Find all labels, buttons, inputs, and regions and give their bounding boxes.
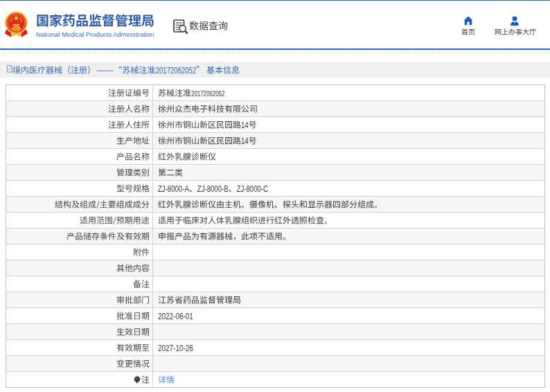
svg-text:20172062052: 20172062052 (191, 89, 224, 97)
svg-text:ZJ-8000-C: ZJ-8000-C (237, 184, 268, 193)
svg-text:14: 14 (241, 136, 249, 145)
svg-text:ZJ-8000-A: ZJ-8000-A (158, 184, 189, 193)
svg-text:2027-10-26: 2027-10-26 (158, 344, 193, 352)
svg-text:20172062052: 20172062052 (155, 66, 196, 74)
svg-text:14: 14 (241, 121, 249, 129)
svg-text:ZJ-8000-B: ZJ-8000-B (197, 184, 229, 193)
svg-text:2022-06-01: 2022-06-01 (158, 312, 193, 320)
